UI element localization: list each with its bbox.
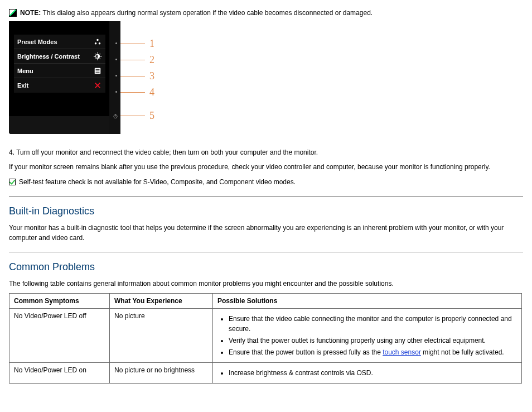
osd-item-exit: Exit <box>14 78 105 93</box>
callout-number-4: 4 <box>149 87 154 98</box>
callout-number-2: 2 <box>149 54 154 66</box>
bezel-button-3 <box>115 75 117 76</box>
callout-line <box>120 76 145 77</box>
callout-line <box>120 116 145 117</box>
svg-point-1 <box>95 42 97 44</box>
svg-point-0 <box>96 39 99 41</box>
osd-label: Preset Modes <box>17 39 57 45</box>
col-symptoms: Common Symptoms <box>9 293 110 308</box>
list-item: Increase brightness & contrast controls … <box>229 368 517 378</box>
note-label: NOTE: <box>20 9 41 17</box>
note-pencil-icon <box>9 9 17 17</box>
brightness-contrast-icon <box>93 52 102 61</box>
exit-close-icon <box>93 81 102 90</box>
menu-list-icon <box>93 66 102 75</box>
builtin-diagnostics-heading: Built-in Diagnostics <box>9 205 523 217</box>
symptom-cell: No Video/Power LED on <box>9 362 110 383</box>
callout-number-5: 5 <box>149 110 154 122</box>
solutions-cell: Ensure that the video cable connecting t… <box>213 308 522 362</box>
common-problems-heading: Common Problems <box>9 261 523 273</box>
col-experience: What You Experience <box>110 293 213 308</box>
osd-label: Menu <box>17 68 33 74</box>
osd-label: Brightness / Contrast <box>17 53 80 60</box>
svg-line-10 <box>95 58 95 59</box>
monitor-bezel-bottom <box>9 116 120 134</box>
list-item: Ensure that the video cable connecting t… <box>229 314 517 334</box>
builtin-diagnostics-para: Your monitor has a built-in diagnostic t… <box>9 223 523 243</box>
after-step-text: If your monitor screen remains blank aft… <box>9 162 523 172</box>
callouts: 1 2 3 4 5 <box>120 21 165 134</box>
experience-cell: No picture or no brightness <box>110 362 213 383</box>
divider <box>9 252 523 252</box>
callout-line <box>120 60 145 61</box>
callout-number-3: 3 <box>149 70 154 82</box>
callout-line <box>120 92 145 93</box>
bezel-button-4 <box>115 91 117 93</box>
bezel-button-1 <box>115 42 117 44</box>
solutions-cell: Increase brightness & contrast controls … <box>213 362 522 383</box>
divider <box>9 196 523 197</box>
osd-item-brightness: Brightness / Contrast <box>14 49 105 64</box>
table-row: No Video/Power LED off No picture Ensure… <box>9 308 522 362</box>
table-row: No Video/Power LED on No picture or no b… <box>9 362 522 383</box>
list-item-prefix: Ensure that the power button is pressed … <box>229 348 383 356</box>
bezel-button-2 <box>115 59 117 60</box>
list-item: Verify that the power outlet is function… <box>229 336 517 346</box>
list-item: Ensure that the power button is pressed … <box>229 347 517 357</box>
monitor-frame: Preset Modes Brightness / Contrast Menu <box>9 21 120 134</box>
step-4-text: 4. Turn off your monitor and reconnect t… <box>9 147 523 157</box>
monitor-figure: Preset Modes Brightness / Contrast Menu <box>9 21 523 134</box>
callout-line <box>120 44 145 45</box>
note-block: NOTE: This dialog also appears during no… <box>20 9 373 17</box>
callout-number-1: 1 <box>149 38 154 50</box>
touch-sensor-link[interactable]: touch sensor <box>383 348 421 356</box>
note-text: This dialog also appears during normal s… <box>42 9 373 17</box>
osd-item-menu: Menu <box>14 64 105 78</box>
list-item-suffix: might not be fully activated. <box>421 348 504 356</box>
col-solutions: Possible Solutions <box>213 293 522 308</box>
svg-line-9 <box>100 58 100 59</box>
osd-panel: Preset Modes Brightness / Contrast Menu <box>14 35 105 93</box>
svg-point-2 <box>99 42 101 44</box>
power-icon <box>113 113 118 118</box>
preset-modes-icon <box>93 37 102 46</box>
common-problems-para: The following table contains general inf… <box>9 279 523 289</box>
selftest-check-text: Self-test feature check is not available… <box>19 178 296 187</box>
monitor-screen: Preset Modes Brightness / Contrast Menu <box>12 25 107 115</box>
common-problems-table: Common Symptoms What You Experience Poss… <box>9 293 522 384</box>
checkmark-icon <box>9 179 16 185</box>
svg-line-8 <box>95 54 95 54</box>
osd-label: Exit <box>17 82 28 89</box>
svg-line-11 <box>100 54 100 54</box>
osd-item-preset-modes: Preset Modes <box>14 35 105 49</box>
experience-cell: No picture <box>110 308 213 362</box>
table-header-row: Common Symptoms What You Experience Poss… <box>9 293 522 308</box>
symptom-cell: No Video/Power LED off <box>9 308 110 362</box>
